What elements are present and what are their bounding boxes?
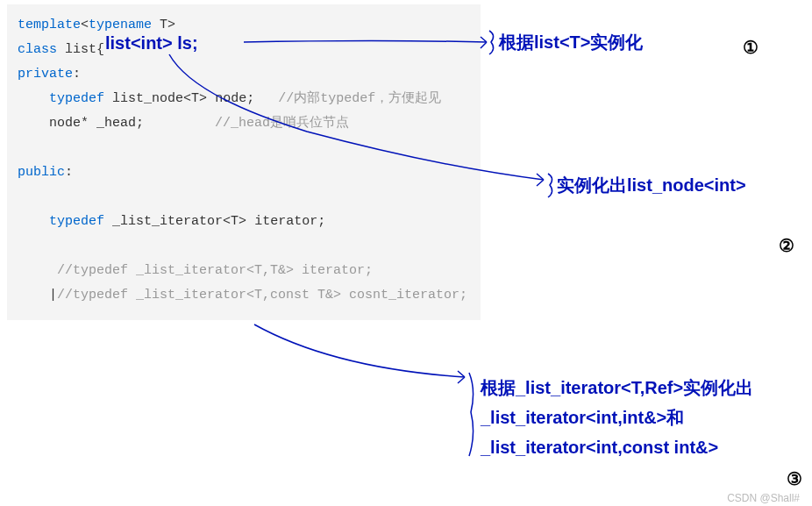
comment: //_head是哨兵位节点 xyxy=(215,116,349,131)
keyword: template xyxy=(18,18,81,32)
punct: ; xyxy=(317,214,325,229)
space xyxy=(207,91,215,106)
annotation-line: _list_iterator<int,const int&> xyxy=(481,432,753,462)
brace-icon xyxy=(469,373,474,456)
comment: //内部typedef，方便起见 xyxy=(254,91,441,106)
ident: list xyxy=(57,42,96,57)
ident: node xyxy=(215,91,246,106)
ident: T xyxy=(152,18,167,32)
punct: { xyxy=(96,42,104,57)
ident: _head xyxy=(96,116,136,131)
code-line-4: typedef list_node<T> node; //内部typedef，方… xyxy=(18,87,470,111)
keyword: private xyxy=(18,67,73,82)
punct: ; xyxy=(246,91,254,106)
space xyxy=(246,214,254,229)
arrow-head-3 xyxy=(458,371,465,383)
code-line-3: private: xyxy=(18,62,470,87)
type: _list_iterator xyxy=(112,214,223,229)
arrow-line-3 xyxy=(254,324,465,377)
comment: //typedef _list_iterator<T,T&> iterator; xyxy=(57,263,373,278)
code-line-2: class list{ xyxy=(18,38,470,62)
punct: * xyxy=(81,116,96,131)
code-line-11: //typedef _list_iterator<T,T&> iterator; xyxy=(18,259,470,283)
punct: : xyxy=(65,165,73,180)
code-line-6 xyxy=(18,136,470,160)
type: list_node xyxy=(112,91,183,106)
code-line-7: public: xyxy=(18,160,470,185)
indent xyxy=(18,214,49,229)
punct: > xyxy=(199,91,207,106)
ident: T xyxy=(231,214,239,229)
arrow-head-2 xyxy=(537,174,544,186)
punct: : xyxy=(73,67,81,82)
punct: ; xyxy=(136,116,144,131)
code-line-8 xyxy=(18,185,470,210)
empty xyxy=(18,239,25,253)
annotation-inline: list<int> ls; xyxy=(105,33,198,53)
space xyxy=(104,91,112,106)
indent: | xyxy=(18,288,57,303)
code-line-5: node* _head; //_head是哨兵位节点 xyxy=(18,111,470,136)
keyword: typedef xyxy=(49,91,104,106)
keyword: public xyxy=(18,165,65,180)
empty xyxy=(18,189,25,204)
empty xyxy=(18,140,25,155)
ident: T xyxy=(191,91,199,106)
space xyxy=(104,214,112,229)
comment: //typedef _list_iterator<T,const T&> cos… xyxy=(57,288,467,303)
arrow-head-1 xyxy=(481,37,487,48)
annotation-right-2: 实例化出list_node<int> xyxy=(557,174,746,197)
punct: > xyxy=(167,18,175,32)
code-line-9: typedef _list_iterator<T> iterator; xyxy=(18,210,470,234)
code-block: template<typename T> class list{ private… xyxy=(7,4,481,320)
indent xyxy=(18,116,49,131)
punct: > xyxy=(239,214,246,229)
circled-number-3: ③ xyxy=(787,468,802,489)
code-line-12: |//typedef _list_iterator<T,const T&> co… xyxy=(18,283,470,308)
keyword: typename xyxy=(89,18,152,32)
circled-number-1: ① xyxy=(743,37,759,58)
punct: < xyxy=(223,214,231,229)
annotation-line: 根据_list_iterator<T,Ref>实例化出 xyxy=(481,373,753,403)
indent xyxy=(18,91,49,106)
watermark: CSDN @Shall# xyxy=(727,492,800,504)
keyword: class xyxy=(18,42,57,57)
brace-icon xyxy=(548,174,552,197)
space xyxy=(144,116,215,131)
type: node xyxy=(49,116,81,131)
indent xyxy=(18,263,57,278)
annotation-right-3: 根据_list_iterator<T,Ref>实例化出 _list_iterat… xyxy=(481,373,753,462)
code-line-1: template<typename T> xyxy=(18,13,470,38)
code-line-10 xyxy=(18,234,470,259)
ident: iterator xyxy=(254,214,317,229)
punct: < xyxy=(81,18,89,32)
keyword: typedef xyxy=(49,214,104,229)
annotation-line: _list_iterator<int,int&>和 xyxy=(481,403,753,432)
punct: < xyxy=(183,91,191,106)
annotation-right-1: 根据list<T>实例化 xyxy=(499,31,643,54)
circled-number-2: ② xyxy=(779,235,794,256)
brace-icon xyxy=(489,31,494,54)
